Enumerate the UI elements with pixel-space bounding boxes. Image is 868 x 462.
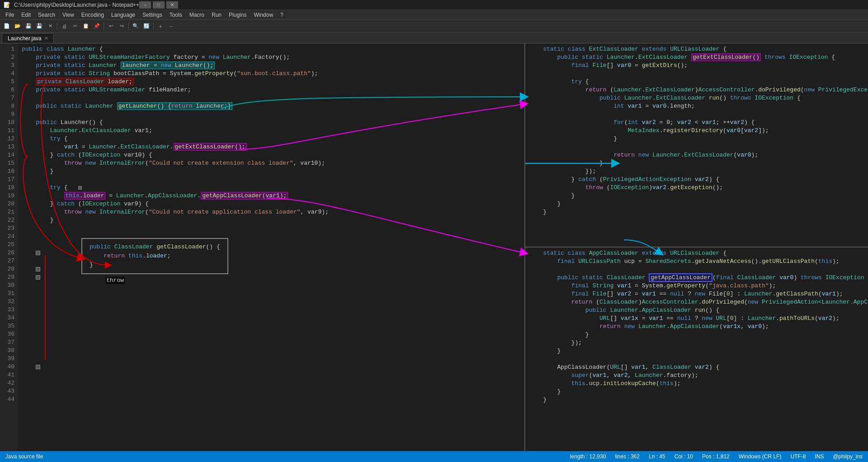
rb-line-17: this.ucp.initLookupCache(this); — [529, 380, 864, 388]
toolbar-save[interactable]: 💾 — [24, 21, 33, 31]
code-line-14: } catch (IOException var10) { — [22, 151, 524, 159]
menu-tools[interactable]: Tools — [166, 11, 186, 19]
status-user: @philpy_ins — [833, 453, 863, 460]
tab-close-icon[interactable]: ✕ — [44, 36, 48, 41]
code-line-8: public static Launcher getLauncher() {re… — [22, 102, 524, 110]
code-line-40 — [22, 363, 524, 371]
code-line-20: } catch (IOException var9) { — [22, 200, 524, 208]
rb-line-15: AppClassLoader(URL[] var1, ClassLoader v… — [529, 363, 864, 372]
code-line-13: var1 = Launcher.ExtClassLoader.getExtCla… — [22, 143, 524, 151]
line-num-6: 6 — [4, 86, 14, 94]
line-num-20: 20 — [4, 200, 14, 208]
menu-search[interactable]: Search — [34, 11, 59, 19]
code-line-38 — [22, 347, 524, 355]
line-num-43: 43 — [4, 387, 14, 395]
code-line-4: private static String bootClassPath = Sy… — [22, 70, 524, 78]
toolbar-find[interactable]: 🔍 — [131, 21, 141, 31]
line-num-26: 26 — [4, 249, 14, 257]
toolbar-sep-1 — [57, 22, 57, 30]
rb-line-11: } — [529, 331, 864, 339]
rb-line-12: }); — [529, 339, 864, 347]
menu-help[interactable]: ? — [277, 11, 287, 19]
code-line-7 — [22, 94, 524, 102]
toolbar-undo[interactable]: ↩ — [106, 21, 116, 31]
toolbar-open[interactable]: 📂 — [13, 21, 23, 31]
line-num-34: 34 — [4, 314, 14, 322]
menu-plugins[interactable]: Plugins — [225, 11, 250, 19]
rb-line-8: public Launcher.AppClassLoader run() { — [529, 306, 864, 314]
code-area[interactable]: public class Launcher { private static U… — [18, 43, 524, 451]
line-num-31: 31 — [4, 290, 14, 298]
rt-line-17: } catch (PrivilegedActionException var2)… — [529, 176, 864, 184]
menu-file[interactable]: File — [2, 11, 18, 19]
rb-line-9: URL[] var1x = var1 == null ? new URL[0] … — [529, 314, 864, 323]
annotation-throw: throw — [105, 277, 125, 284]
status-ln: Ln : 45 — [649, 453, 665, 460]
toolbar-cut[interactable]: ✂ — [70, 21, 80, 31]
line-num-44: 44 — [4, 395, 14, 404]
rt-line-13 — [529, 143, 864, 151]
toolbar-copy[interactable]: 📋 — [81, 21, 91, 31]
code-line-12: try { — [22, 135, 524, 143]
rb-line-3 — [529, 266, 864, 274]
toolbar-print[interactable]: 🖨 — [59, 21, 69, 31]
rt-line-19: } — [529, 192, 864, 200]
code-line-19: this.loader = Launcher.AppClassLoader.ge… — [22, 192, 524, 200]
code-line-10: public Launcher() { — [22, 119, 524, 127]
rb-line-4: public static ClassLoader getAppClassLoa… — [529, 274, 864, 282]
rt-line-9 — [529, 110, 864, 119]
line-num-22: 22 — [4, 216, 14, 224]
close-button[interactable]: ✕ — [166, 1, 178, 9]
line-num-38: 38 — [4, 347, 14, 355]
line-num-13: 13 — [4, 143, 14, 151]
menu-language[interactable]: Language — [108, 11, 139, 19]
rt-line-7: public Launcher.ExtClassLoader run() thr… — [529, 94, 864, 102]
rt-line-8: int var1 = var0.length; — [529, 102, 864, 110]
code-line-42 — [22, 379, 524, 387]
line-num-39: 39 — [4, 355, 14, 363]
titlebar-icon: 📝 — [4, 2, 10, 8]
line-num-32: 32 — [4, 298, 14, 306]
line-num-18: 18 — [4, 184, 14, 192]
code-line-22: } — [22, 216, 524, 224]
toolbar-paste[interactable]: 📌 — [92, 21, 102, 31]
titlebar: 📝 C:\Users\philpy\Desktop\Launcher.java … — [0, 0, 868, 10]
menu-run[interactable]: Run — [208, 11, 225, 19]
code-line-31 — [22, 290, 524, 298]
menu-window[interactable]: Window — [250, 11, 277, 19]
toolbar-replace[interactable]: 🔄 — [142, 21, 151, 31]
line-num-36: 36 — [4, 330, 14, 338]
maximize-button[interactable]: □ — [153, 1, 165, 9]
line-num-15: 15 — [4, 159, 14, 167]
line-num-11: 11 — [4, 127, 14, 135]
menu-macro[interactable]: Macro — [186, 11, 208, 19]
left-content: 1 2 3 4 5 6 7 8 9 10 11 12 13 14 15 16 1… — [0, 43, 524, 451]
rt-line-10: for(int var2 = 0; var2 < var1; ++var2) { — [529, 119, 864, 127]
rt-line-5: try { — [529, 78, 864, 86]
menu-encoding[interactable]: Encoding — [78, 11, 108, 19]
code-line-18: try { — [22, 184, 524, 192]
toolbar-new[interactable]: 📄 — [2, 21, 12, 31]
menu-view[interactable]: View — [59, 11, 78, 19]
line-num-33: 33 — [4, 306, 14, 314]
menu-edit[interactable]: Edit — [18, 11, 34, 19]
toolbar-zoomin[interactable]: + — [156, 21, 165, 31]
line-num-4: 4 — [4, 70, 14, 78]
toolbar-redo[interactable]: ↪ — [117, 21, 127, 31]
tab-launcher-java[interactable]: Launcher.java ✕ — [2, 33, 54, 43]
left-panel: 1 2 3 4 5 6 7 8 9 10 11 12 13 14 15 16 1… — [0, 43, 524, 451]
minimize-button[interactable]: – — [139, 1, 151, 9]
titlebar-controls: – □ ✕ — [139, 1, 178, 9]
toolbar-sep-3 — [128, 22, 129, 30]
toolbar-zoomout[interactable]: − — [166, 21, 176, 31]
menu-settings[interactable]: Settings — [139, 11, 165, 19]
toolbar-save-all[interactable]: 💾 — [34, 21, 44, 31]
code-line-16: } — [22, 167, 524, 176]
toolbar-close[interactable]: ✕ — [45, 21, 55, 31]
code-line-17 — [22, 176, 524, 184]
rb-line-16: super(var1, var2, Launcher.factory); — [529, 372, 864, 380]
rb-line-13: } — [529, 347, 864, 355]
popup-line1: public ClassLoader getClassLoader() { — [90, 243, 220, 252]
code-line-33 — [22, 306, 524, 314]
rt-line-3: final File[] var0 = getExtDirs(); — [529, 62, 864, 70]
